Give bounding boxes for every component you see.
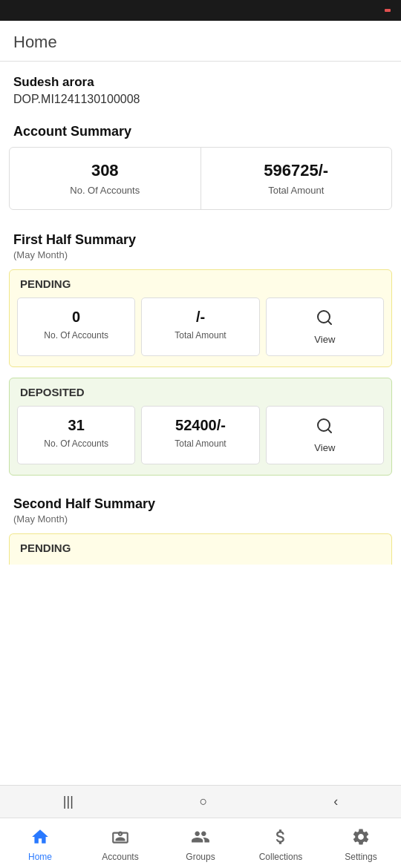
second-half-pending-partial: PENDING xyxy=(9,533,392,565)
second-half-pending-label: PENDING xyxy=(17,542,384,554)
system-nav-home[interactable]: ○ xyxy=(185,789,223,814)
pending-accounts-label: No. Of Accounts xyxy=(22,330,130,341)
deposited-amount-cell: 52400/- Total Amount xyxy=(141,406,259,464)
svg-line-3 xyxy=(328,430,331,433)
first-half-pending-block: PENDING 0 No. Of Accounts /- Total Amoun… xyxy=(9,269,392,367)
nav-label-groups: Groups xyxy=(186,852,215,862)
pending-view-icon xyxy=(316,309,333,331)
nav-label-home: Home xyxy=(28,852,52,862)
first-half-summary-header: First Half Summary (May Month) xyxy=(0,222,401,262)
system-nav: ||| ○ ‹ xyxy=(0,785,401,818)
accounts-icon xyxy=(111,827,130,849)
deposited-cells: 31 No. Of Accounts 52400/- Total Amount … xyxy=(17,406,384,464)
nav-item-settings[interactable]: Settings xyxy=(321,818,401,868)
settings-icon xyxy=(351,827,371,849)
deposited-accounts-label: No. Of Accounts xyxy=(22,438,130,449)
svg-line-1 xyxy=(328,321,331,324)
nav-label-collections: Collections xyxy=(259,852,303,862)
deposited-view-label: View xyxy=(314,442,335,453)
total-amount-cell: 596725/- Total Amount xyxy=(201,148,392,209)
groups-icon xyxy=(191,827,210,849)
total-amount-label: Total Amount xyxy=(209,185,385,196)
nav-item-collections[interactable]: Collections xyxy=(241,818,321,868)
second-half-title: Second Half Summary xyxy=(13,496,388,512)
pending-accounts-value: 0 xyxy=(22,309,130,326)
pending-amount-label: Total Amount xyxy=(146,330,254,341)
pending-amount-value: /- xyxy=(146,309,254,326)
pending-label: PENDING xyxy=(17,277,384,290)
pending-view-cell[interactable]: View xyxy=(266,297,384,356)
deposited-amount-value: 52400/- xyxy=(146,417,254,434)
user-name: Sudesh arora xyxy=(13,75,388,90)
system-nav-menu[interactable]: ||| xyxy=(48,789,88,814)
first-half-title: First Half Summary xyxy=(13,232,388,248)
deposited-label: DEPOSITED xyxy=(17,386,384,398)
account-summary-card: 308 No. Of Accounts 596725/- Total Amoun… xyxy=(9,147,392,210)
first-half-subtitle: (May Month) xyxy=(13,249,388,260)
deposited-amount-label: Total Amount xyxy=(146,438,254,449)
bottom-nav: Home Accounts Groups Collections xyxy=(0,818,401,868)
pending-accounts-cell: 0 No. Of Accounts xyxy=(17,297,135,356)
system-nav-back[interactable]: ‹ xyxy=(319,789,353,814)
accounts-count-label: No. Of Accounts xyxy=(17,185,193,196)
main-content: Sudesh arora DOP.MI1241130100008 Account… xyxy=(0,62,401,868)
nav-label-accounts: Accounts xyxy=(102,852,138,862)
pending-view-label: View xyxy=(314,334,335,345)
status-bar xyxy=(0,0,401,21)
total-amount-value: 596725/- xyxy=(209,161,385,180)
nav-label-settings: Settings xyxy=(345,852,376,862)
collections-icon xyxy=(271,827,290,849)
accounts-count-cell: 308 No. Of Accounts xyxy=(10,148,201,209)
first-half-deposited-block: DEPOSITED 31 No. Of Accounts 52400/- Tot… xyxy=(9,378,392,476)
pending-cells: 0 No. Of Accounts /- Total Amount View xyxy=(17,297,384,356)
deposited-accounts-cell: 31 No. Of Accounts xyxy=(17,406,135,464)
deposited-view-cell[interactable]: View xyxy=(266,406,384,464)
second-half-subtitle: (May Month) xyxy=(13,513,388,525)
header: Home xyxy=(0,21,401,62)
home-icon xyxy=(30,827,50,849)
page-title: Home xyxy=(13,33,388,52)
pending-amount-cell: /- Total Amount xyxy=(141,297,259,356)
nav-item-accounts[interactable]: Accounts xyxy=(80,818,160,868)
deposited-view-icon xyxy=(316,417,333,439)
user-info: Sudesh arora DOP.MI1241130100008 xyxy=(0,62,401,112)
accounts-count-value: 308 xyxy=(17,161,193,180)
second-half-summary-header: Second Half Summary (May Month) xyxy=(0,486,401,526)
nav-item-home[interactable]: Home xyxy=(0,818,80,868)
status-bar-dot xyxy=(385,9,391,12)
nav-item-groups[interactable]: Groups xyxy=(160,818,241,868)
account-summary-title: Account Summary xyxy=(0,112,401,147)
user-id: DOP.MI1241130100008 xyxy=(13,93,388,106)
deposited-accounts-value: 31 xyxy=(22,417,130,434)
